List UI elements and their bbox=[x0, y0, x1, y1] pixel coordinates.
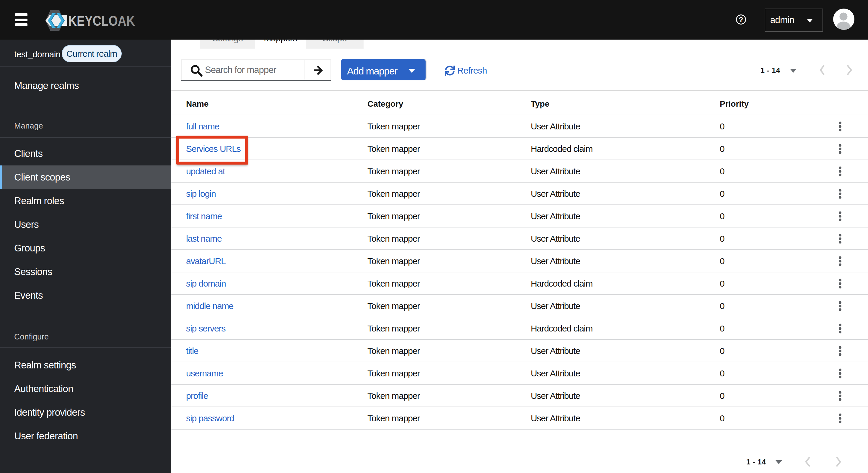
svg-text:KEYCLOAK: KEYCLOAK bbox=[68, 13, 135, 29]
svg-text:?: ? bbox=[739, 16, 743, 24]
